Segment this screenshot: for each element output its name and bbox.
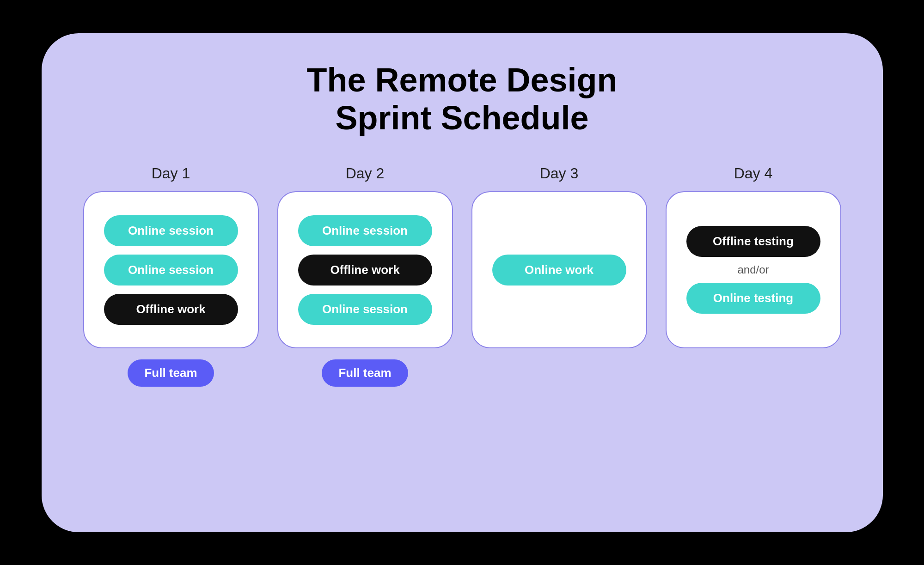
day-4-card: Offline testing and/or Online testing <box>666 191 841 348</box>
page-title: The Remote Design Sprint Schedule <box>306 61 617 138</box>
main-container: The Remote Design Sprint Schedule Day 1 … <box>42 33 883 532</box>
day2-pill-1: Online session <box>298 215 432 246</box>
day-1-card: Online session Online session Offline wo… <box>83 191 259 348</box>
day-3-column: Day 3 Online work <box>471 165 647 380</box>
day-1-badge-row: Full team <box>128 359 214 387</box>
day2-pill-2: Offline work <box>298 255 432 286</box>
days-row: Day 1 Online session Online session Offl… <box>69 165 855 387</box>
day4-andor: and/or <box>737 263 769 276</box>
day-3-label: Day 3 <box>540 165 579 182</box>
day1-pill-2: Online session <box>104 255 238 286</box>
day-2-column: Day 2 Online session Offline work Online… <box>277 165 453 387</box>
day-1-badge: Full team <box>128 359 214 387</box>
day2-pill-3: Online session <box>298 294 432 325</box>
day4-pill-3: Online testing <box>686 283 820 314</box>
day1-pill-1: Online session <box>104 215 238 246</box>
day-4-column: Day 4 Offline testing and/or Online test… <box>666 165 841 380</box>
day3-pill-1: Online work <box>492 255 626 286</box>
day-2-badge-row: Full team <box>322 359 408 387</box>
day1-pill-3: Offline work <box>104 294 238 325</box>
day4-pill-1: Offline testing <box>686 226 820 257</box>
day-2-card: Online session Offline work Online sessi… <box>277 191 453 348</box>
day-3-card: Online work <box>471 191 647 348</box>
day-2-badge: Full team <box>322 359 408 387</box>
day-2-label: Day 2 <box>346 165 385 182</box>
day-1-label: Day 1 <box>152 165 190 182</box>
day-4-label: Day 4 <box>734 165 773 182</box>
day-1-column: Day 1 Online session Online session Offl… <box>83 165 259 387</box>
day4-inner: Offline testing and/or Online testing <box>680 226 826 314</box>
